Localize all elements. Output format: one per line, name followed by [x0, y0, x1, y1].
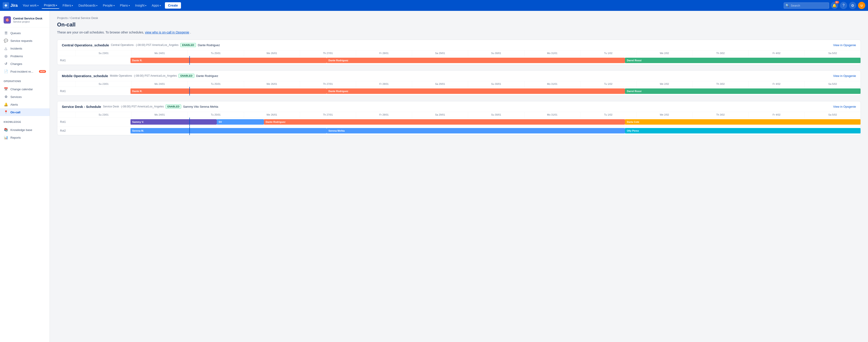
project-name: Central Service Desk: [13, 17, 42, 21]
knowledge-base-icon: 📚: [4, 128, 8, 132]
view-in-opsgenie-link[interactable]: View in Opsgenie: [833, 74, 856, 77]
schedule-card-central: Central Operations_scheduleCentral Opera…: [57, 40, 861, 65]
breadcrumb-project[interactable]: Central Service Desk: [70, 16, 98, 20]
today-line: [189, 87, 190, 96]
sidebar-item-label: Service requests: [10, 39, 32, 42]
schedule-name: Service Desk - Schedule: [62, 105, 101, 109]
gantt-date-cell: Tu 1/02: [580, 81, 636, 87]
avatar[interactable]: U: [858, 2, 865, 9]
page-title: On-call: [57, 22, 861, 28]
sidebar-item-problems[interactable]: ◎ Problems: [0, 52, 50, 60]
gantt-bar: SV: [217, 119, 264, 125]
gantt-date-cell: Th 3/02: [692, 81, 748, 87]
create-button[interactable]: Create: [165, 2, 181, 9]
nav-dashboards[interactable]: Dashboards ▾: [76, 2, 100, 9]
reports-icon: 📊: [4, 136, 8, 140]
chevron-down-icon: ▾: [129, 4, 130, 7]
gantt-date-cell: Mo 31/01: [524, 112, 580, 117]
sidebar-item-knowledge-base[interactable]: 📚 Knowledge base: [0, 126, 50, 134]
opsgenie-link[interactable]: view who is on-call in Opsgenie: [145, 31, 189, 34]
gantt-date-cell: Tu 25/01: [188, 81, 244, 87]
gantt-bar: Darrel Rossi: [625, 89, 861, 94]
chevron-down-icon: ▾: [160, 4, 161, 7]
sidebar-item-queues[interactable]: ☰ Queues: [0, 29, 50, 37]
new-badge: NEW: [39, 70, 46, 73]
incidents-icon: △: [4, 46, 8, 50]
sidebar-item-label: Knowledge base: [10, 128, 32, 132]
app-logo[interactable]: Jira: [3, 2, 18, 9]
schedule-card-mobile: Mobile Operations_scheduleMobile Operati…: [57, 70, 861, 96]
nav-filters[interactable]: Filters ▾: [60, 2, 75, 9]
sidebar-item-reports[interactable]: 📊 Reports: [0, 134, 50, 141]
gantt-row-label: Rot1: [57, 88, 75, 94]
nav-plans[interactable]: Plans ▾: [118, 2, 132, 9]
gantt-date-cell: Mo 24/01: [132, 50, 188, 56]
changes-icon: ↺: [4, 62, 8, 66]
nav-insight[interactable]: Insight ▾: [133, 2, 149, 9]
sidebar-item-label: Change calendar: [10, 88, 33, 91]
view-in-opsgenie-link[interactable]: View in Opsgenie: [833, 105, 856, 108]
gantt-date-cell: We 2/02: [636, 50, 692, 56]
schedule-name: Mobile Operations_schedule: [62, 74, 108, 78]
sidebar-item-label: Incidents: [10, 47, 22, 50]
gantt-bars-area: Dante R.Dante RodriguezDarrel Rossi: [75, 87, 861, 96]
gantt-dates-row: Su 23/01Mo 24/01Tu 25/01We 26/01Th 27/01…: [57, 50, 861, 56]
sidebar-item-services[interactable]: ⚙ Services: [0, 93, 50, 101]
sidebar-item-incidents[interactable]: △ Incidents: [0, 44, 50, 52]
alerts-icon: 🔔: [4, 102, 8, 106]
queues-icon: ☰: [4, 31, 8, 35]
gantt-date-cell: Su 23/01: [75, 112, 132, 117]
gantt-date-cell: Fr 4/02: [748, 112, 805, 117]
schedule-header-service-desk: Service Desk - ScheduleService Desk · (-…: [57, 101, 861, 112]
view-in-opsgenie-link[interactable]: View in Opsgenie: [833, 43, 856, 47]
schedules-container: Central Operations_scheduleCentral Opera…: [57, 40, 861, 135]
sidebar-item-alerts[interactable]: 🔔 Alerts: [0, 101, 50, 108]
gantt-date-cell: Sa 29/01: [412, 81, 468, 87]
nav-your-work[interactable]: Your work ▾: [21, 2, 41, 9]
gantt-date-cell: Tu 1/02: [580, 112, 636, 117]
gantt-date-cell: We 2/02: [636, 112, 692, 117]
gantt-bar: Serena Mehta: [327, 128, 625, 133]
layout: 🎯 Central Service Desk Service project ☰…: [0, 11, 868, 342]
gantt-bars-area: Sammy V.SVDante RodriguezDarla Cote: [75, 117, 861, 126]
gantt-date-cell: Fr 4/02: [748, 81, 805, 87]
notifications-button[interactable]: 🔔 9+: [831, 2, 838, 9]
settings-button[interactable]: ⚙: [849, 2, 856, 9]
nav-people[interactable]: People ▾: [100, 2, 117, 9]
gantt-date-cell: Th 3/02: [692, 50, 748, 56]
breadcrumb-projects[interactable]: Projects: [57, 16, 68, 20]
sidebar-item-label: On-call: [10, 111, 21, 114]
sidebar-item-on-call[interactable]: 📍 On-call: [0, 108, 50, 116]
gantt-date-cell: Sa 29/01: [412, 50, 468, 56]
help-button[interactable]: ?: [840, 2, 847, 9]
sidebar-item-label: Alerts: [10, 103, 18, 106]
today-line: [189, 117, 190, 126]
nav-apps[interactable]: Apps ▾: [150, 2, 163, 9]
gantt-date-cell: Su 23/01: [75, 81, 132, 87]
sidebar-item-post-incident[interactable]: 📄 Post-incident re... NEW: [0, 68, 50, 75]
gantt-bar: Olly Perez: [625, 128, 861, 133]
gantt-table: Su 23/01Mo 24/01Tu 25/01We 26/01Th 27/01…: [57, 81, 861, 96]
sidebar-item-change-calendar[interactable]: 📅 Change calendar: [0, 85, 50, 93]
search-wrapper: 🔍: [784, 2, 829, 9]
post-incident-icon: 📄: [4, 69, 8, 73]
page-description: These are your on-call schedules. To bro…: [57, 31, 861, 34]
gantt-date-cell: We 26/01: [244, 112, 300, 117]
gantt-date-cell: Mo 24/01: [132, 81, 188, 87]
today-line: [189, 127, 190, 135]
nav-projects[interactable]: Projects ▾: [42, 2, 60, 9]
search-input[interactable]: [784, 2, 829, 9]
gantt-date-cell: Sa 5/02: [805, 81, 861, 87]
gantt-bar: Sammy V.: [130, 119, 217, 125]
sidebar-nav-knowledge: 📚 Knowledge base 📊 Reports: [0, 124, 50, 143]
gantt-bar: Dante Rodriguez: [327, 89, 625, 94]
sidebar-item-label: Changes: [10, 62, 22, 66]
schedule-header-central: Central Operations_scheduleCentral Opera…: [57, 40, 861, 50]
sidebar-item-service-requests[interactable]: 💬 Service requests: [0, 37, 50, 44]
main-content: Projects / Central Service Desk On-call …: [50, 11, 868, 342]
sidebar-item-changes[interactable]: ↺ Changes: [0, 60, 50, 68]
breadcrumb: Projects / Central Service Desk: [57, 16, 861, 20]
gantt-row-label: Rot2: [57, 128, 75, 134]
on-call-icon: 📍: [4, 110, 8, 114]
enabled-badge: ENABLED: [179, 74, 194, 78]
